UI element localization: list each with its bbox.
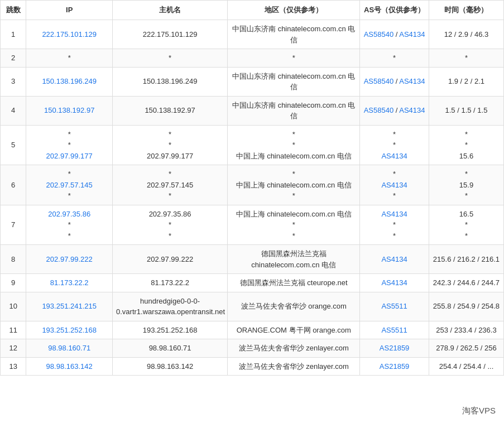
cell-as: AS58540 / AS4134 [360,96,429,125]
cell-ip: 193.251.241.215 [26,292,113,321]
cell-hostname: 150.138.192.97 [113,96,228,125]
traceroute-table-container: 跳数 IP 主机名 地区（仅供参考） AS号（仅供参考） 时间（毫秒） 1222… [0,0,504,376]
header-location: 地区（仅供参考） [228,1,360,20]
header-time: 时间（毫秒） [429,1,503,20]
cell-hostname: 202.97.35.86** [113,205,228,245]
cell-as: AS58540 / AS4134 [360,67,429,96]
cell-time: 254.4 / 254.4 / ... [429,357,503,376]
ip-link[interactable]: 150.138.192.97 [44,106,94,114]
cell-ip: 202.97.99.222 [26,245,113,274]
as-link[interactable]: AS4134 [399,30,425,39]
table-row: 10193.251.241.215hundredgige0-0-0-0.vart… [1,292,504,321]
as-link[interactable]: AS58540 [364,106,394,114]
cell-hop: 1 [1,20,26,49]
table-row: 1398.98.163.14298.98.163.142波兰马佐夫舍省华沙 ze… [1,357,504,376]
cell-hop: 5 [1,125,26,165]
table-row: 6*202.97.57.145**202.97.57.145**中国上海 chi… [1,165,504,205]
cell-ip: 150.138.196.249 [26,67,113,96]
cell-time: **15.6 [429,125,503,165]
as-link[interactable]: AS5511 [381,302,407,310]
cell-time: * [429,49,503,68]
ip-link[interactable]: 222.175.101.129 [42,30,97,39]
cell-hop: 12 [1,339,26,358]
cell-ip: *202.97.57.145* [26,165,113,205]
cell-as: AS21859 [360,357,429,376]
as-link[interactable]: AS4134 [399,77,425,85]
cell-hop: 13 [1,357,26,376]
table-row: 3150.138.196.249150.138.196.249中国山东济南 ch… [1,67,504,96]
ip-link[interactable]: 98.98.160.71 [48,344,90,352]
ip-link[interactable]: 202.97.99.177 [46,152,93,160]
ip-link[interactable]: 202.97.35.86 [48,210,90,218]
cell-ip: 222.175.101.129 [26,20,113,49]
as-link[interactable]: AS21859 [380,362,410,371]
cell-location: **中国上海 chinatelecom.com.cn 电信 [228,125,360,165]
cell-hostname: * [113,49,228,68]
cell-ip: 81.173.22.2 [26,274,113,292]
cell-time: 278.9 / 262.5 / 256 [429,339,503,358]
table-header-row: 跳数 IP 主机名 地区（仅供参考） AS号（仅供参考） 时间（毫秒） [1,1,504,20]
cell-time: 215.6 / 216.2 / 216.1 [429,245,503,274]
table-row: 5**202.97.99.177**202.97.99.177**中国上海 ch… [1,125,504,165]
cell-time: 1.9 / 2 / 2.1 [429,67,503,96]
cell-ip: * [26,49,113,68]
cell-location: 波兰马佐夫舍省华沙 zenlayer.com [228,339,360,358]
cell-location: 德国黑森州法兰克福 cteurope.net [228,274,360,292]
as-link[interactable]: AS4134 [381,152,407,160]
table-row: 11193.251.252.168193.251.252.168ORANGE.C… [1,321,504,339]
as-link[interactable]: AS58540 [364,30,394,39]
header-as: AS号（仅供参考） [360,1,429,20]
cell-hop: 6 [1,165,26,205]
cell-hostname: 222.175.101.129 [113,20,228,49]
as-link[interactable]: AS4134 [381,255,407,263]
as-link[interactable]: AS21859 [380,344,410,352]
header-hostname: 主机名 [113,1,228,20]
cell-location: 中国山东济南 chinatelecom.com.cn 电信 [228,67,360,96]
cell-hostname: 98.98.163.142 [113,357,228,376]
cell-hostname: 81.173.22.2 [113,274,228,292]
cell-as: * [360,49,429,68]
cell-location: *中国上海 chinatelecom.com.cn 电信* [228,165,360,205]
cell-time: 255.8 / 254.9 / 254.8 [429,292,503,321]
cell-hostname: 150.138.196.249 [113,67,228,96]
cell-hop: 8 [1,245,26,274]
cell-ip: 150.138.192.97 [26,96,113,125]
header-hop: 跳数 [1,1,26,20]
cell-hop: 9 [1,274,26,292]
cell-hop: 4 [1,96,26,125]
cell-ip: 98.98.163.142 [26,357,113,376]
cell-time: 16.5** [429,205,503,245]
cell-as: AS4134 [360,274,429,292]
as-link[interactable]: AS4134 [381,278,407,287]
as-link[interactable]: AS4134 [399,106,425,114]
table-row: 7202.97.35.86**202.97.35.86**中国上海 chinat… [1,205,504,245]
as-link[interactable]: AS4134 [381,181,407,189]
ip-link[interactable]: 98.98.163.142 [46,362,93,371]
ip-link[interactable]: 202.97.99.222 [46,255,93,263]
cell-time: 242.3 / 244.6 / 244.7 [429,274,503,292]
cell-hop: 11 [1,321,26,339]
as-link[interactable]: AS4134 [381,210,407,218]
cell-hostname: 202.97.99.222 [113,245,228,274]
ip-link[interactable]: 193.251.241.215 [42,302,97,310]
cell-as: **AS4134 [360,125,429,165]
table-row: 2***** [1,49,504,68]
ip-link[interactable]: 150.138.196.249 [42,77,97,85]
ip-link[interactable]: 193.251.252.168 [42,326,97,334]
ip-link[interactable]: 81.173.22.2 [50,278,89,287]
table-row: 4150.138.192.97150.138.192.97中国山东济南 chin… [1,96,504,125]
as-link[interactable]: AS58540 [364,77,394,85]
cell-ip: 193.251.252.168 [26,321,113,339]
cell-time: *15.9* [429,165,503,205]
traceroute-table: 跳数 IP 主机名 地区（仅供参考） AS号（仅供参考） 时间（毫秒） 1222… [0,0,504,376]
cell-location: 中国山东济南 chinatelecom.com.cn 电信 [228,20,360,49]
cell-location: 中国上海 chinatelecom.com.cn 电信** [228,205,360,245]
ip-link[interactable]: 202.97.57.145 [46,181,93,189]
cell-hop: 2 [1,49,26,68]
cell-as: AS5511 [360,292,429,321]
cell-as: AS5511 [360,321,429,339]
cell-location: 中国山东济南 chinatelecom.com.cn 电信 [228,96,360,125]
cell-location: 波兰马佐夫舍省华沙 orange.com [228,292,360,321]
cell-hop: 10 [1,292,26,321]
as-link[interactable]: AS5511 [381,326,407,334]
